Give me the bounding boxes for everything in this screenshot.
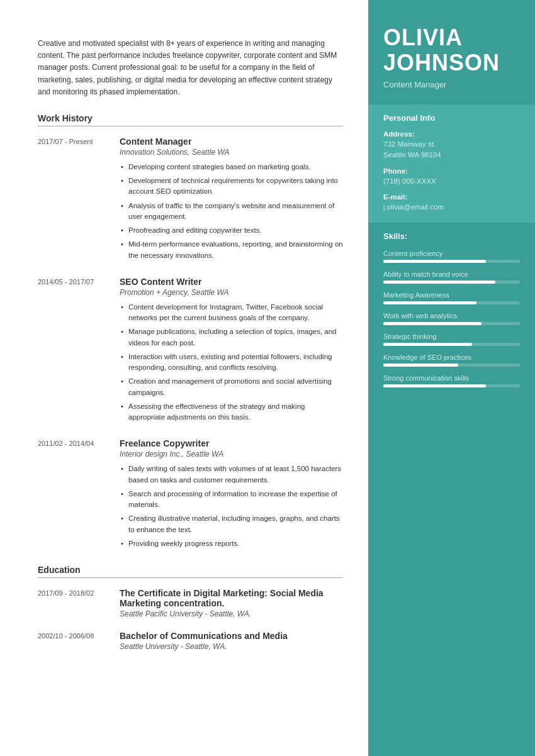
skill-bar-bg-4 (383, 343, 520, 346)
skill-name-3: Work with web analytics (383, 312, 520, 320)
skill-item-4: Strategic thinking (383, 333, 520, 346)
skill-bar-fill-1 (383, 281, 495, 284)
phone-value: (718) 000-XXXX (383, 176, 520, 187)
bullet: Providing weekly progress reports. (120, 538, 343, 549)
job-company-2: Promotion + Agency, Seattle WA (120, 288, 343, 297)
skill-name-2: Marketing Awareness (383, 291, 520, 299)
skill-bar-bg-3 (383, 322, 520, 325)
phone-label: Phone: (383, 167, 520, 175)
edu-school-2: Seattle University - Seattle, WA. (120, 642, 343, 651)
skill-bar-fill-5 (383, 364, 458, 367)
edu-school-1: Seattle Pacific University - Seattle, WA… (120, 609, 343, 618)
address-label: Address: (383, 130, 520, 138)
job-title-3: Freelance Copywriter (120, 438, 343, 448)
bullet: Creating illustrative material, includin… (120, 513, 343, 535)
edu-date-1: 2017/09 - 2018/02 (38, 588, 120, 618)
job-bullets-3: Daily writing of sales texts with volume… (120, 464, 343, 549)
bullet: Assessing the effectiveness of the strat… (120, 401, 343, 423)
bullet: Developing content strategies based on m… (120, 162, 343, 172)
edu-details-1: The Certificate in Digital Marketing: So… (120, 588, 343, 618)
skill-name-5: Knowledge of SEO practices (383, 353, 520, 361)
address-line2: Seattle WA 98104 (383, 150, 520, 160)
email-label: E-mail: (383, 193, 520, 201)
job-details-1: Content Manager Innovation Solutions, Se… (120, 136, 343, 264)
skill-item-0: Content proficiency (383, 250, 520, 263)
work-history-title: Work History (38, 113, 343, 126)
bullet: Content development for Instagram, Twitt… (120, 302, 343, 324)
name-last: JOHNSON (383, 50, 520, 75)
skill-item-6: Strong communication skills (383, 374, 520, 387)
skill-name-6: Strong communication skills (383, 374, 520, 382)
skill-item-2: Marketing Awareness (383, 291, 520, 304)
skill-bar-fill-6 (383, 384, 486, 387)
edu-entry-1: 2017/09 - 2018/02 The Certificate in Dig… (38, 588, 343, 618)
skill-name-0: Content proficiency (383, 250, 520, 257)
job-details-3: Freelance Copywriter Interior design Inc… (120, 438, 343, 552)
job-company-1: Innovation Solutions, Seattle WA (120, 148, 343, 157)
job-role: Content Manager (383, 80, 520, 89)
bullet: Interaction with users, existing and pot… (120, 352, 343, 374)
edu-details-2: Bachelor of Communications and Media Sea… (120, 631, 343, 651)
job-title-2: SEO Content Writer (120, 277, 343, 287)
resume-container: Creative and motivated specialist with 8… (0, 0, 535, 756)
main-content: Creative and motivated specialist with 8… (0, 0, 368, 756)
skill-bar-fill-0 (383, 260, 486, 263)
skills-label: Skills: (383, 229, 520, 241)
skill-name-1: Ability to match brand voice (383, 270, 520, 278)
summary-text: Creative and motivated specialist with 8… (38, 38, 343, 98)
education-title: Education (38, 565, 343, 578)
skill-item-3: Work with web analytics (383, 312, 520, 325)
job-date-3: 2011/02 - 2014/04 (38, 438, 120, 552)
job-details-2: SEO Content Writer Promotion + Agency, S… (120, 277, 343, 426)
job-entry-2: 2014/05 - 2017/07 SEO Content Writer Pro… (38, 277, 343, 426)
address-line1: 732 Mainway st. (383, 139, 520, 150)
name-first: OLIVIA (383, 25, 520, 50)
job-entry-3: 2011/02 - 2014/04 Freelance Copywriter I… (38, 438, 343, 552)
skill-bar-bg-6 (383, 384, 520, 387)
personal-info-section: Personal Info Address: 732 Mainway st. S… (368, 104, 535, 223)
skill-bar-bg-5 (383, 364, 520, 367)
job-company-3: Interior design Inc., Seattle WA (120, 450, 343, 459)
job-bullets-1: Developing content strategies based on m… (120, 162, 343, 261)
bullet: Daily writing of sales texts with volume… (120, 464, 343, 486)
bullet: Search and processing of information to … (120, 489, 343, 511)
job-bullets-2: Content development for Instagram, Twitt… (120, 302, 343, 423)
bullet: Development of technical requirements fo… (120, 175, 343, 197)
job-date-1: 2017/07 - Present (38, 136, 120, 264)
bullet: Creation and management of promotions an… (120, 376, 343, 398)
skill-bar-bg-0 (383, 260, 520, 263)
edu-date-2: 2002/10 - 2006/08 (38, 631, 120, 651)
bullet: Analysis of traffic to the company's web… (120, 201, 343, 223)
edu-title-2: Bachelor of Communications and Media (120, 631, 343, 641)
skill-item-1: Ability to match brand voice (383, 270, 520, 284)
personal-info-label: Personal Info (383, 111, 520, 123)
edu-title-1: The Certificate in Digital Marketing: So… (120, 588, 343, 608)
sidebar-header: OLIVIA JOHNSON Content Manager (368, 0, 535, 104)
skill-item-5: Knowledge of SEO practices (383, 353, 520, 367)
email-value: j.olivia@email.com (383, 202, 520, 213)
bullet: Mid-term performance evaluations, report… (120, 239, 343, 261)
skill-bar-bg-2 (383, 301, 520, 304)
skill-bar-bg-1 (383, 281, 520, 284)
skills-section: Skills: Content proficiency Ability to m… (368, 223, 535, 756)
edu-entry-2: 2002/10 - 2006/08 Bachelor of Communicat… (38, 631, 343, 651)
skill-bar-fill-3 (383, 322, 482, 325)
skill-bar-fill-4 (383, 343, 472, 346)
job-entry-1: 2017/07 - Present Content Manager Innova… (38, 136, 343, 264)
skill-bar-fill-2 (383, 301, 476, 304)
skill-name-4: Strategic thinking (383, 333, 520, 340)
bullet: Proofreading and editing copywriter text… (120, 225, 343, 236)
job-date-2: 2014/05 - 2017/07 (38, 277, 120, 426)
job-title-1: Content Manager (120, 136, 343, 147)
bullet: Manage publications, including a selecti… (120, 326, 343, 348)
sidebar: OLIVIA JOHNSON Content Manager Personal … (368, 0, 535, 756)
